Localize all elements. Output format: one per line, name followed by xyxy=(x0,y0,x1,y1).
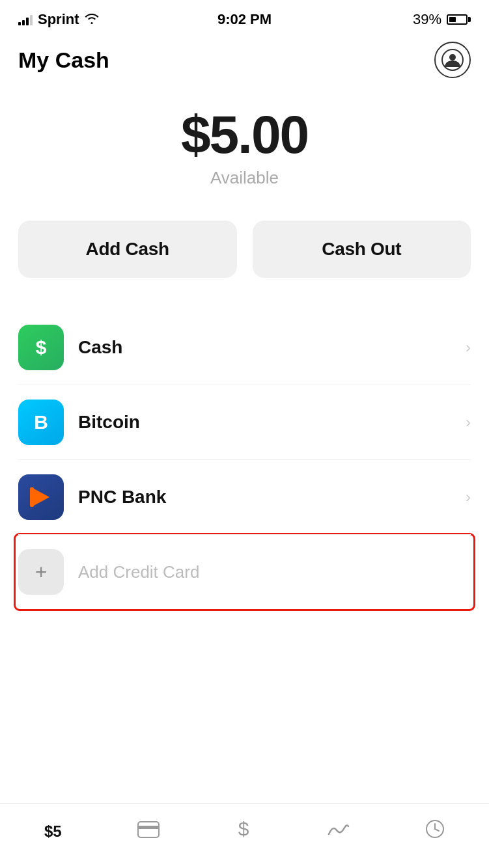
cash-chevron-icon: › xyxy=(466,338,471,357)
clock-icon xyxy=(425,819,445,843)
svg-rect-5 xyxy=(138,826,159,829)
bitcoin-icon: B xyxy=(18,400,64,445)
add-credit-card-icon-box: + xyxy=(18,549,64,595)
svg-text:$: $ xyxy=(238,818,249,839)
cash-list-item[interactable]: $ Cash › xyxy=(18,310,471,385)
cash-label: Cash xyxy=(78,337,466,358)
action-buttons: Add Cash Cash Out xyxy=(0,195,489,310)
header: My Cash xyxy=(0,35,489,88)
page-title: My Cash xyxy=(18,47,109,73)
balance-label: Available xyxy=(210,168,279,188)
plus-icon: + xyxy=(35,562,48,582)
add-credit-card-item[interactable]: + Add Credit Card xyxy=(16,535,473,609)
battery-icon xyxy=(447,14,471,25)
card-icon xyxy=(137,821,160,843)
bottom-nav: $5 $ xyxy=(0,803,489,868)
battery-percent: 39% xyxy=(413,11,441,28)
nav-balance-label: $5 xyxy=(44,822,62,841)
status-bar: Sprint 9:02 PM 39% xyxy=(0,0,489,35)
add-credit-card-label: Add Credit Card xyxy=(78,562,199,582)
bitcoin-label: Bitcoin xyxy=(78,412,466,433)
pnc-label: PNC Bank xyxy=(78,487,466,508)
bitcoin-chevron-icon: › xyxy=(466,413,471,431)
nav-item-balance[interactable]: $5 xyxy=(34,819,72,845)
status-left: Sprint xyxy=(18,11,99,28)
svg-rect-4 xyxy=(138,822,159,837)
pnc-chevron-icon: › xyxy=(466,488,471,506)
pnc-icon xyxy=(18,474,64,520)
svg-marker-2 xyxy=(34,489,49,506)
svg-line-9 xyxy=(435,829,439,831)
pnc-bank-list-item[interactable]: PNC Bank › xyxy=(18,460,471,535)
carrier-label: Sprint xyxy=(38,11,79,28)
add-cash-button[interactable]: Add Cash xyxy=(18,221,237,278)
nav-item-clock[interactable] xyxy=(415,815,455,847)
profile-button[interactable] xyxy=(434,42,471,78)
svg-point-1 xyxy=(449,54,456,61)
status-time: 9:02 PM xyxy=(217,11,272,28)
nav-item-payment[interactable]: $ xyxy=(225,814,262,848)
profile-avatar-icon xyxy=(441,49,464,71)
cash-icon: $ xyxy=(18,325,64,370)
cash-out-button[interactable]: Cash Out xyxy=(253,221,471,278)
nav-item-card[interactable] xyxy=(127,817,170,847)
status-right: 39% xyxy=(413,11,471,28)
signal-icon xyxy=(18,14,33,25)
dollar-sign-icon: $ xyxy=(235,818,252,845)
pnc-logo-icon xyxy=(29,485,53,509)
wifi-icon xyxy=(85,12,99,27)
nav-item-activity[interactable] xyxy=(317,817,360,847)
balance-amount: $5.00 xyxy=(181,108,308,161)
activity-icon xyxy=(328,821,350,843)
bitcoin-list-item[interactable]: B Bitcoin › xyxy=(18,385,471,460)
svg-rect-3 xyxy=(30,487,34,507)
balance-section: $5.00 Available xyxy=(0,88,489,195)
payment-methods-list: $ Cash › B Bitcoin › PNC Bank › + Add Cr… xyxy=(0,310,489,803)
